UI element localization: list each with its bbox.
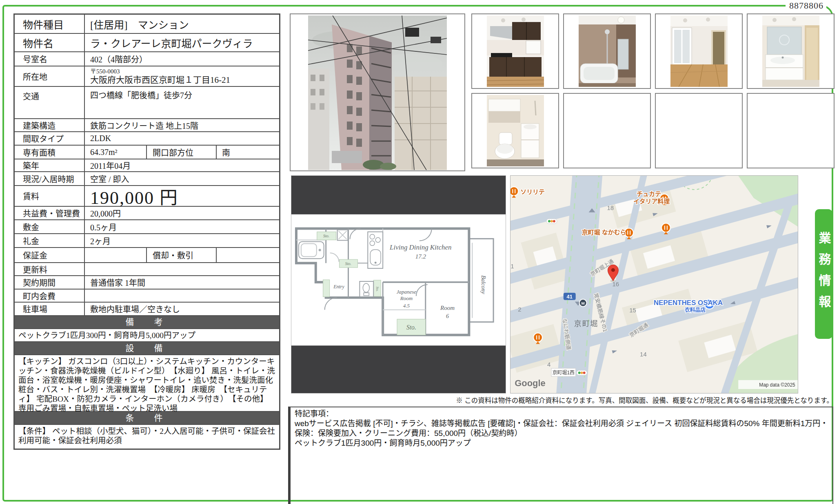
row-value-2 [217,248,279,262]
property-table: 物件種目 [住居用] マンション 物件名 ラ・クレアーレ京町堀パークヴィラ 号室… [13,13,280,450]
photo-kitchen [471,13,559,89]
row-label: 契約期間 [15,276,85,289]
floorplan-panel: Balcony Sto. Sto. Sto. Sto. [291,175,506,393]
poi-chucate: チュカテ [637,190,661,197]
area-label: 京町堀 [574,320,599,328]
svg-text:M: M [582,301,585,305]
table-row: 築年 2011年04月 [15,159,279,171]
row-label: 共益費・管理費 [15,207,85,219]
google-logo: Google [515,378,545,388]
table-row: 共益費・管理費 20,000円 [15,206,279,219]
row-value: ラ・クレアーレ京町堀パークヴィラ [85,34,279,51]
row-label: 敷金 [15,220,85,233]
table-row: 更新料 [15,262,279,275]
row-value: 0.5ヶ月 [85,220,279,233]
jroom-label-1: Japanese [397,289,416,295]
sto-label: Sto. [323,234,329,238]
ldk-label: Living Dining Kitchen [389,243,451,251]
row-label: 築年 [15,159,85,171]
notes-title: 特記事項： [295,409,828,419]
block-number: 15 [629,307,636,314]
row-label: 更新料 [15,263,85,275]
table-row: 保証金 償却・敷引 [15,247,279,262]
entry-label: Entry [333,284,344,290]
sto-label: Sto. [406,324,416,331]
table-row: 建築構造 鉄筋コンクリート造 地上15階 [15,118,279,131]
row-label: 町内会費 [15,290,85,302]
map-illustration: 41 M ソリリテ チュカテ イタリア料理 京町堀 なかむら NEPEN [511,176,798,393]
photo-bathroom [563,13,651,89]
table-row: 所在地 〒550-0003 大阪府大阪市西区京町堀１丁目16-21 [15,66,279,86]
poi-nepenthes: NEPENTHES OSAKA [654,299,723,307]
room-size: 6 [446,313,449,319]
row-value: 2LDK [85,132,279,145]
notes-line-1: webサービス広告掲載 [不可]・チラシ、雑誌等掲載広告 [要確認]・保証会社：… [295,419,828,438]
floorplan-drawing: Balcony Sto. Sto. Sto. Sto. [291,176,506,393]
conditions-text: 【条件】 ペット相談（小型犬、猫可）・2人入居可能・子供可・保証会社利用可能・保… [15,424,279,449]
table-row: 専有面積 64.37m² 開口部方位 南 [15,145,279,159]
block-number: 2 [518,306,521,313]
photo-placeholder-empty [655,93,743,168]
map-copyright: Map data ©2025 [759,382,795,388]
tab-gyoumu-jouhou[interactable]: 業務情報 [815,209,832,339]
sto-label: Sto. [375,287,379,292]
section-header-equipment: 設 備 [15,341,279,354]
jroom-size: 4.5 [403,303,410,309]
row-label: 現況/入居時期 [15,172,85,185]
row-value: 2011年04月 [85,159,279,171]
equipment-text: 【キッチン】 ガスコンロ（3口以上）・システムキッチン・カウンターキッチン・食器… [15,354,279,411]
table-row: 礼金 2ヶ月 [15,233,279,247]
address: 大阪府大阪市西区京町堀１丁目16-21 [90,75,230,85]
row-value: 鉄筋コンクリート造 地上15階 [85,119,279,131]
table-row: 町内会費 [15,289,279,302]
photo-toilet [471,93,559,168]
table-row: 号室名 402（4階部分） [15,51,279,66]
table-row: 賃料 190,000 円 [15,185,279,206]
row-value [85,263,279,275]
row-label: 物件名 [15,34,85,51]
property-sheet: 8878806 業務情報 物件種目 [住居用] マンション 物件名 ラ・クレアー… [0,0,839,504]
row-value: [住居用] マンション [85,15,279,33]
row-label: 号室名 [15,52,85,66]
table-row: 交通 四つ橋線「肥後橋」徒歩7分 [15,86,279,118]
sto-label: Sto. [345,261,351,266]
row-label: 物件種目 [15,15,85,33]
zip-code: 〒550-0003 [90,68,120,75]
photo-washbasin [747,13,835,89]
poi-soririte: ソリリテ [520,188,545,195]
row-label: 駐車場 [15,303,85,315]
poi-nakamura: 京町堀 なかむら [582,229,626,236]
block-number: 1 [511,263,514,270]
row-label: 保証金 [15,248,85,262]
rent-value: 190,000 円 [85,186,279,206]
table-row: 間取タイプ 2LDK [15,131,279,145]
row-value: 四つ橋線「肥後橋」徒歩7分 [85,87,279,118]
photo-room-interior [655,13,743,89]
row-value: 402（4階部分） [85,52,279,66]
jroom-label-2: Room [400,295,413,301]
block-number: 18 [607,204,614,211]
map-panel: 41 M ソリリテ チュカテ イタリア料理 京町堀 なかむら NEPEN [510,175,798,393]
table-row: 物件名 ラ・クレアーレ京町堀パークヴィラ [15,33,279,51]
stop-label: 京町堀1西 [553,369,575,376]
row-value: 敷地内駐車場／空きなし [85,303,279,315]
row-label-2: 開口部方位 [146,146,217,159]
table-row: 物件種目 [住居用] マンション [15,15,279,33]
row-value: 20,000円 [85,207,279,219]
remarks-text: ペットクラブ1匹月300円・飼育時月5,000円アップ [15,328,279,341]
building-photo-illustration [308,15,447,170]
ldk-size: 17.2 [415,253,426,260]
row-label: 所在地 [15,66,85,86]
row-label: 賃料 [15,186,85,206]
block-number: 4 [547,361,550,368]
row-label: 交通 [15,87,85,118]
route-shield-41: 41 [567,294,573,300]
row-value [85,290,279,302]
room-label: Room [440,305,455,311]
row-value [85,248,146,262]
balcony-label: Balcony [480,275,486,294]
block-number: 14 [640,351,647,358]
tab-label: 業務情報 [815,232,833,316]
row-value-2: 南 [217,146,279,159]
table-row: 敷金 0.5ヶ月 [15,219,279,233]
